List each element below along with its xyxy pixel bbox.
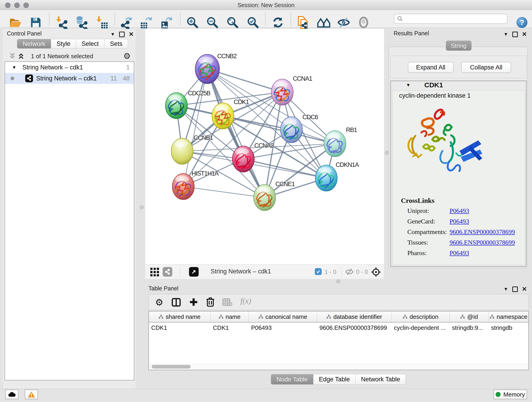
export-image-button[interactable] xyxy=(160,16,173,30)
network-node-CCNA2[interactable] xyxy=(232,146,254,172)
table-horizontal-scrollbar[interactable] xyxy=(149,364,528,369)
cloud-button[interactable] xyxy=(5,390,19,399)
results-panel-menu-icon[interactable]: ▼ xyxy=(504,32,508,37)
network-node-HIST1H1A[interactable] xyxy=(172,173,194,200)
gene-section-expander-icon[interactable]: ▼ xyxy=(406,83,411,88)
open-session-button[interactable] xyxy=(9,17,22,29)
duplicate-network-button[interactable] xyxy=(297,16,310,30)
column-header[interactable]: canonical name xyxy=(249,312,317,322)
tab-edge-table[interactable]: Edge Table xyxy=(313,374,355,385)
birdseye-crosshair-icon[interactable] xyxy=(371,267,381,277)
zoom-out-button[interactable] xyxy=(206,16,219,30)
network-node-CDC25B[interactable] xyxy=(165,93,187,119)
tab-network[interactable]: Network xyxy=(17,39,51,49)
open-in-browser-icon[interactable] xyxy=(189,267,199,277)
export-table-button[interactable] xyxy=(140,16,152,30)
cell-namespace[interactable]: stringdb xyxy=(489,322,528,333)
network-node-CCNE1[interactable] xyxy=(254,185,276,211)
houses-button[interactable] xyxy=(317,17,330,29)
create-column-plus-icon[interactable] xyxy=(189,298,198,307)
cell-description[interactable]: cyclin-dependent ... xyxy=(392,322,450,333)
network-options-gear-icon[interactable]: ⚙ xyxy=(123,51,131,61)
control-panel-float-icon[interactable] xyxy=(119,32,125,37)
network-node-CDK1[interactable] xyxy=(212,103,234,129)
hide-eye-icon[interactable] xyxy=(337,17,350,29)
cell-id[interactable]: stringdb:9... xyxy=(450,322,489,333)
import-table-button[interactable] xyxy=(96,16,109,30)
warning-button[interactable] xyxy=(25,390,38,399)
left-splitter-handle[interactable] xyxy=(140,205,144,209)
crosslink-link[interactable]: P06493 xyxy=(450,218,469,225)
collapse-all-chevrons-icon[interactable] xyxy=(18,53,24,59)
search-field[interactable] xyxy=(394,14,507,24)
network-node-CDKN1A[interactable] xyxy=(315,165,337,191)
network-node-CDC6[interactable] xyxy=(280,117,302,143)
selected-checkbox-icon[interactable] xyxy=(315,268,322,275)
tab-string[interactable]: String xyxy=(446,41,472,51)
grid-view-icon[interactable] xyxy=(150,268,159,277)
network-node-CCNA1[interactable] xyxy=(271,79,293,105)
string-view-icon[interactable] xyxy=(163,267,172,277)
save-session-button[interactable] xyxy=(30,17,42,29)
cell-database-identifier[interactable]: 9606.ENSP00000378699 xyxy=(317,322,392,333)
control-panel-menu-icon[interactable]: ▼ xyxy=(110,32,115,37)
column-header[interactable]: name xyxy=(210,312,249,322)
zoom-in-button[interactable] xyxy=(186,16,199,30)
horizontal-splitter-handle[interactable] xyxy=(336,279,340,283)
scrollbar-thumb[interactable] xyxy=(152,365,191,369)
tab-network-table[interactable]: Network Table xyxy=(355,374,406,385)
results-panel-close-icon[interactable]: ✕ xyxy=(522,31,527,38)
hidden-eye-icon[interactable] xyxy=(345,268,354,275)
network-node-CCNB1[interactable] xyxy=(171,138,193,164)
cell-shared-name[interactable]: CDK1 xyxy=(149,322,210,333)
network-node-RB1[interactable] xyxy=(324,131,346,157)
delete-column-trash-icon[interactable] xyxy=(206,297,215,307)
expand-all-button[interactable]: Expand All xyxy=(408,62,454,73)
collapse-all-button[interactable]: Collapse All xyxy=(461,62,511,73)
network-graph[interactable]: CCNB2CCNA1CDC25BCDK1CDC6RB1CCNB1CCNA2CDK… xyxy=(145,29,384,264)
refresh-button[interactable] xyxy=(272,16,284,30)
column-header[interactable]: database identifier xyxy=(317,312,392,322)
column-header[interactable]: namespace xyxy=(489,312,528,322)
tab-node-table[interactable]: Node Table xyxy=(271,374,313,385)
control-panel-close-icon[interactable]: ✕ xyxy=(129,31,134,38)
results-panel-float-icon[interactable] xyxy=(512,32,518,37)
column-header[interactable]: @id xyxy=(450,312,489,322)
maximize-window-icon[interactable] xyxy=(23,2,29,8)
crosslink-link[interactable]: 9606.ENSP00000378699 xyxy=(450,239,515,246)
table-panel-menu-icon[interactable]: ▼ xyxy=(504,287,508,292)
right-splitter-handle[interactable] xyxy=(385,151,389,155)
cell-name[interactable]: CDK1 xyxy=(210,322,249,333)
table-panel-float-icon[interactable] xyxy=(512,287,518,292)
crosslink-link[interactable]: P06493 xyxy=(450,249,469,257)
zoom-selected-button[interactable] xyxy=(247,16,259,30)
table-settings-gear-icon[interactable]: ⚙ xyxy=(155,297,163,307)
node-table[interactable]: shared name name canonical name database… xyxy=(148,311,529,370)
network-canvas[interactable]: CCNB2CCNA1CDC25BCDK1CDC6RB1CCNB1CCNA2CDK… xyxy=(145,29,384,264)
cell-canonical-name[interactable]: P06493 xyxy=(249,322,317,333)
network-row-selected[interactable]: String Network – cdk1 11 48 xyxy=(5,73,134,84)
column-header[interactable]: shared name xyxy=(149,312,210,322)
network-collection-row[interactable]: ▼ String Network – cdk1 1 xyxy=(5,62,134,73)
table-panel-close-icon[interactable]: ✕ xyxy=(522,286,527,293)
export-network-button[interactable] xyxy=(120,16,133,30)
minimize-window-icon[interactable] xyxy=(14,2,20,8)
search-input[interactable] xyxy=(403,15,502,22)
tab-sets[interactable]: Sets xyxy=(104,39,128,49)
zoom-fit-button[interactable] xyxy=(226,16,239,30)
graphics-details-eye-icon[interactable] xyxy=(358,17,369,29)
tab-select[interactable]: Select xyxy=(76,39,104,49)
column-header[interactable]: description xyxy=(392,312,450,322)
import-network-from-database-button[interactable] xyxy=(75,16,88,30)
crosslink-link[interactable]: 9606.ENSP00000378699 xyxy=(450,228,515,236)
help-button[interactable]: ? xyxy=(516,17,528,29)
import-network-button[interactable] xyxy=(56,16,68,30)
show-columns-icon[interactable] xyxy=(172,298,181,307)
table-row[interactable]: CDK1 CDK1 P06493 9606.ENSP00000378699 cy… xyxy=(149,322,528,333)
crosslink-link[interactable]: P06493 xyxy=(450,207,469,215)
network-node-CCNB2[interactable] xyxy=(195,54,220,84)
expand-all-chevrons-icon[interactable] xyxy=(9,53,16,59)
tab-style[interactable]: Style xyxy=(51,39,76,49)
collection-expander-icon[interactable]: ▼ xyxy=(12,65,17,70)
memory-button[interactable]: Memory xyxy=(494,390,527,399)
